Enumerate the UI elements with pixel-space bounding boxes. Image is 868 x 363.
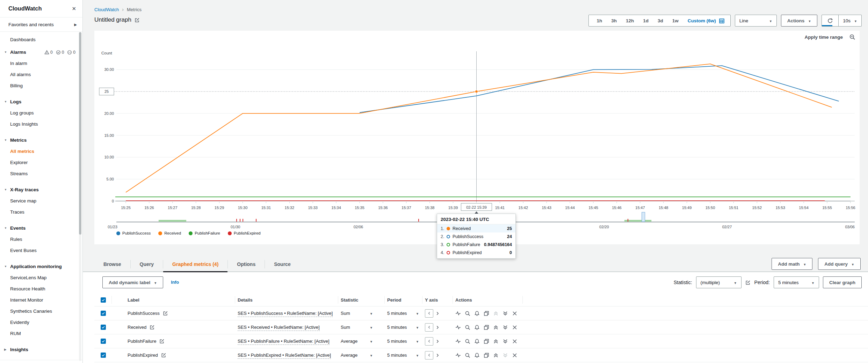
range-1h-button[interactable]: 1h (592, 18, 607, 23)
alarm-bell-icon[interactable] (474, 311, 480, 316)
clear-graph-button[interactable]: Clear graph (823, 276, 862, 288)
sidebar-item-rules[interactable]: Rules (0, 234, 82, 245)
pulse-icon[interactable] (455, 339, 461, 344)
zoom-out-icon[interactable] (849, 34, 855, 40)
apply-time-range-button[interactable]: Apply time range (804, 35, 843, 40)
edit-label-icon[interactable] (159, 339, 165, 344)
sidebar-item-synthetics-canaries[interactable]: Synthetics Canaries (0, 306, 82, 317)
sidebar-item-all-alarms[interactable]: All alarms (0, 69, 82, 80)
alarm-bell-icon[interactable] (474, 353, 480, 358)
move-up-icon[interactable] (493, 325, 499, 330)
actions-menu-button[interactable]: Actions (781, 15, 817, 27)
sidebar-item-billing[interactable]: Billing (0, 80, 82, 91)
chevron-right-icon[interactable] (435, 339, 440, 344)
chart-type-select[interactable]: Line (735, 15, 777, 27)
sidebar-item-streams[interactable]: Streams (0, 168, 82, 179)
row-statistic-select[interactable]: Average (338, 339, 385, 344)
y-axis-left-button[interactable] (425, 323, 433, 332)
close-icon[interactable] (72, 6, 76, 12)
sidebar-favorites[interactable]: Favorites and recents (0, 17, 82, 32)
edit-label-icon[interactable] (150, 325, 155, 330)
pulse-icon[interactable] (455, 311, 461, 316)
metric-details-link[interactable]: SES • PublishExpired • RuleSetName: [Act… (238, 353, 331, 359)
chevron-right-icon[interactable] (435, 325, 440, 330)
tab-graphed-metrics[interactable]: Graphed metrics (4) (163, 257, 227, 272)
search-icon[interactable] (465, 311, 470, 316)
add-math-button[interactable]: Add math (772, 258, 812, 270)
move-down-icon[interactable] (502, 325, 508, 330)
breadcrumb-cloudwatch[interactable]: CloudWatch (94, 7, 119, 12)
tab-options[interactable]: Options (228, 257, 265, 272)
edit-statistic-icon[interactable] (745, 280, 751, 285)
select-all-checkbox[interactable] (101, 297, 106, 303)
sidebar-section-xray-traces[interactable]: X-Ray traces (0, 184, 82, 195)
row-checkbox[interactable] (101, 325, 106, 330)
calendar-icon[interactable] (719, 18, 725, 24)
search-icon[interactable] (465, 353, 470, 358)
row-period-select[interactable]: 5 minutes (385, 311, 422, 316)
legend-item-publishexpired[interactable]: PublishExpired (228, 231, 261, 235)
remove-icon[interactable] (512, 339, 518, 344)
legend-item-received[interactable]: Received (158, 231, 181, 235)
y-axis-left-button[interactable] (425, 337, 433, 346)
row-checkbox[interactable] (101, 353, 106, 358)
row-statistic-select[interactable]: Sum (338, 325, 385, 330)
custom-range-button[interactable]: Custom (6w) (683, 18, 719, 23)
sidebar-section-logs[interactable]: Logs (0, 96, 82, 108)
sidebar-section-metrics[interactable]: Metrics (0, 135, 82, 146)
remove-icon[interactable] (512, 311, 518, 316)
metric-details-link[interactable]: SES • PublishSuccess • RuleSetName: [Act… (238, 311, 333, 317)
sidebar-item-rum[interactable]: RUM (0, 328, 82, 339)
legend-item-publishsuccess[interactable]: PublishSuccess (116, 231, 151, 235)
sidebar-item-all-metrics[interactable]: All metrics (0, 146, 82, 157)
tab-query[interactable]: Query (131, 257, 163, 272)
row-statistic-select[interactable]: Average (338, 353, 385, 358)
row-period-select[interactable]: 5 minutes (385, 339, 422, 344)
duplicate-icon[interactable] (484, 353, 489, 358)
range-12h-button[interactable]: 12h (621, 18, 638, 23)
row-statistic-select[interactable]: Sum (338, 311, 385, 316)
chevron-right-icon[interactable] (435, 353, 440, 358)
info-link[interactable]: Info (171, 280, 179, 285)
range-1w-button[interactable]: 1w (668, 18, 683, 23)
move-up-icon[interactable] (493, 339, 499, 344)
range-3h-button[interactable]: 3h (607, 18, 621, 23)
period-select[interactable]: 5 minutes (774, 276, 819, 288)
sidebar-item-log-groups[interactable]: Log groups (0, 108, 82, 119)
search-icon[interactable] (465, 339, 470, 344)
metric-details-link[interactable]: SES • PublishFailure • RuleSetName: [Act… (238, 339, 330, 345)
add-query-button[interactable]: Add query (818, 258, 861, 270)
row-checkbox[interactable] (101, 339, 106, 344)
duplicate-icon[interactable] (484, 311, 489, 316)
sidebar-item-traces[interactable]: Traces (0, 207, 82, 218)
sidebar-item-internet-monitor[interactable]: Internet Monitor (0, 295, 82, 306)
sidebar-item-resource-health[interactable]: Resource Health (0, 283, 82, 295)
legend-item-publishfailure[interactable]: PublishFailure (189, 231, 220, 235)
remove-icon[interactable] (512, 353, 518, 358)
tab-source[interactable]: Source (265, 257, 299, 272)
sidebar-section-alarms[interactable]: Alarms 0 0 0 (0, 47, 82, 58)
add-dynamic-label-button[interactable]: Add dynamic label (102, 276, 163, 288)
sidebar-item-dashboards[interactable]: Dashboards (0, 34, 82, 45)
sidebar-section-application-monitoring[interactable]: Application monitoring (0, 261, 82, 272)
refresh-interval-select[interactable]: 10s (839, 15, 861, 26)
sidebar-item-logs-insights[interactable]: Logs Insights (0, 119, 82, 130)
move-up-icon[interactable] (493, 353, 499, 358)
chart-plot[interactable]: 30.002520.0015.0010.005.00015:2515:2615:… (94, 31, 860, 244)
alarm-bell-icon[interactable] (474, 339, 480, 344)
chevron-right-icon[interactable] (435, 311, 440, 316)
y-axis-left-button[interactable] (425, 351, 433, 360)
sidebar-item-servicelens-map[interactable]: ServiceLens Map (0, 272, 82, 283)
range-1d-button[interactable]: 1d (638, 18, 653, 23)
search-icon[interactable] (465, 325, 470, 330)
sidebar-item-in-alarm[interactable]: In alarm (0, 58, 82, 69)
pulse-icon[interactable] (455, 353, 461, 358)
statistic-select[interactable]: (multiple) (696, 276, 742, 288)
remove-icon[interactable] (512, 325, 518, 330)
row-checkbox[interactable] (101, 311, 106, 316)
row-period-select[interactable]: 5 minutes (385, 325, 422, 330)
edit-label-icon[interactable] (161, 353, 166, 358)
duplicate-icon[interactable] (484, 325, 489, 330)
sidebar-item-event-buses[interactable]: Event Buses (0, 245, 82, 256)
sidebar-section-events[interactable]: Events (0, 223, 82, 234)
